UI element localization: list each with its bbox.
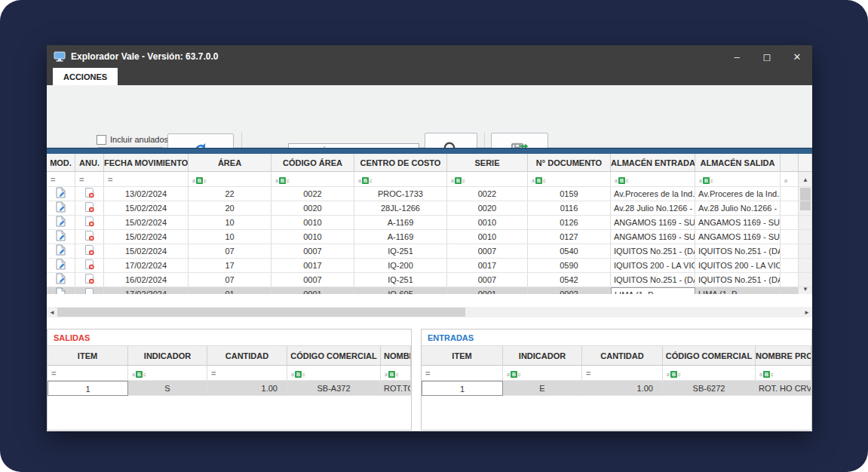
cell-codigo-comercial[interactable]: SB-A372 [287,381,381,396]
cell-codigo-area[interactable]: 0022 [271,187,354,201]
cell-anu[interactable] [75,244,104,259]
col-header-documento[interactable]: N° DOCUMENTO [528,154,611,172]
cell-area[interactable]: 10 [189,216,271,230]
filter-cell[interactable]: aBc [189,172,271,187]
filter-cell[interactable]: aBc [128,366,207,381]
table-row[interactable]: 17/02/2024 17 0017 IQ-200 0017 0590 IQUI… [47,259,812,273]
cell-centro-costo[interactable]: IQ-200 [354,259,447,273]
table-row[interactable]: 13/02/2024 22 0022 PROC-1733 0022 0159 A… [47,187,812,201]
col-header-almacen-entrada[interactable]: ALMACÉN ENTRADA [611,154,695,172]
cell-documento[interactable]: 0126 [528,216,611,230]
tab-acciones[interactable]: ACCIONES [53,68,118,85]
cell-area[interactable]: 01 [189,287,271,294]
cell-almacen-salida[interactable]: ANGAMOS 1169 - SUR... [695,230,781,244]
cell-almacen-entrada[interactable]: ANGAMOS 1169 - SUR... [611,230,695,244]
cell-mod[interactable] [47,273,75,287]
vertical-scrollbar-track[interactable] [799,244,812,259]
filter-cell[interactable]: aBc [287,366,381,381]
cell-documento[interactable]: 0127 [528,230,611,244]
cell-fecha[interactable]: 17/02/2024 [104,259,189,273]
col-header-anu[interactable]: ANU. [75,154,104,172]
vertical-scrollbar-track[interactable] [799,273,812,287]
cell-area[interactable]: 07 [189,273,271,287]
col-header-codigo-area[interactable]: CÓDIGO ÁREA [271,154,354,172]
col-header-codigo-comercial[interactable]: CÓDIGO COMERCIAL [663,346,756,366]
cell-mod[interactable] [47,230,75,244]
filter-cell[interactable]: aBc [756,366,811,381]
filter-cell[interactable]: aBc [503,366,582,381]
maximize-button[interactable]: ◻ [752,45,782,68]
cell-fecha[interactable]: 15/02/2024 [104,201,189,216]
cell-nombre-producto[interactable]: ROT. HO CRV RI [756,381,811,396]
cell-almacen-salida[interactable]: IQUITOS 200 - LA VIC... [695,259,781,273]
cell-mod[interactable] [47,201,75,216]
cell-serie[interactable]: 0010 [447,230,528,244]
table-row[interactable]: 15/02/2024 10 0010 A-1169 0010 0126 ANGA… [47,216,812,230]
filter-cell[interactable]: = [48,366,128,381]
cell-fecha[interactable]: 15/02/2024 [104,244,189,259]
cell-area[interactable]: 07 [189,244,271,259]
cell-cantidad[interactable]: 1.00 [582,381,663,396]
cell-codigo-comercial[interactable]: SB-6272 [663,381,756,396]
cell-area[interactable]: 17 [189,259,271,273]
filter-cell[interactable]: aBc [695,172,781,187]
scroll-up-icon[interactable]: ▲ [799,173,812,185]
cell-anu[interactable] [75,187,104,201]
scroll-down-icon[interactable]: ▼ [799,287,812,294]
cell-indicador[interactable]: S [128,381,207,396]
cell-area[interactable]: 10 [189,230,271,244]
vertical-scrollbar-top[interactable]: ▲ [799,172,812,187]
cell-mod[interactable] [47,244,75,259]
vertical-scrollbar-track[interactable] [799,216,812,230]
cell-codigo-area[interactable]: 0010 [271,230,354,244]
cell-codigo-area[interactable]: 0017 [271,259,354,273]
cell-cantidad[interactable]: 1.00 [207,381,287,396]
scroll-right-icon[interactable]: ► [802,307,812,317]
cell-codigo-area[interactable]: 0007 [271,273,354,287]
col-header-area[interactable]: ÁREA [189,154,271,172]
col-header-nombre-producto[interactable]: NOMBRE PRO [756,346,811,366]
cell-item[interactable]: 1 [422,381,503,396]
cell-anu[interactable] [75,230,104,244]
cell-almacen-salida[interactable]: LIMA (1. P... [695,287,781,294]
cell-codigo-area[interactable]: 0010 [271,216,354,230]
cell-centro-costo[interactable]: IQ-251 [354,273,447,287]
cell-almacen-entrada[interactable]: IQUITOS No.251 - (DA... [611,244,695,259]
table-row[interactable]: 15/02/2024 20 0020 28JL-1266 0020 0116 A… [47,201,812,216]
filter-cell[interactable]: aBc [354,172,447,187]
cell-serie[interactable]: 0010 [447,216,528,230]
cell-anu[interactable] [75,201,104,216]
vertical-scrollbar-track[interactable] [799,259,812,273]
minimize-button[interactable]: – [722,45,752,68]
table-row[interactable]: 15/02/2024 10 0010 A-1169 0010 0127 ANGA… [47,230,812,244]
cell-almacen-salida[interactable]: IQUITOS No.251 - (DA... [695,273,781,287]
cell-almacen-entrada[interactable]: IQUITOS No.251 - (DA... [611,273,695,287]
cell-almacen-salida[interactable]: Av.28 Julio No.1266 - ... [695,201,781,216]
cell-documento[interactable]: 0159 [528,187,611,201]
vertical-scrollbar-track[interactable] [799,201,812,216]
scroll-left-icon[interactable]: ◄ [47,307,57,317]
cell-anu[interactable] [75,216,104,230]
salidas-row[interactable]: 1 S 1.00 SB-A372 ROT.TO [48,381,411,396]
col-header-item[interactable]: ITEM [48,346,128,366]
vertical-scrollbar-thumb[interactable] [800,201,811,210]
cell-fecha[interactable]: 16/02/2024 [104,273,189,287]
vertical-scrollbar-track[interactable] [799,230,812,244]
cell-documento[interactable]: 0002 [528,287,611,294]
col-header-indicador[interactable]: INDICADOR [128,346,207,366]
cell-almacen-entrada[interactable]: IQUITOS 200 - LA VIC... [611,259,695,273]
cell-fecha[interactable]: 17/02/2024 [104,287,189,294]
cell-area[interactable]: 22 [189,187,271,201]
cell-documento[interactable]: 0540 [528,244,611,259]
cell-mod[interactable] [47,287,75,294]
cell-fecha[interactable]: 13/02/2024 [104,187,189,201]
cell-almacen-salida[interactable]: ANGAMOS 1169 - SUR... [695,216,781,230]
cell-serie[interactable]: 0017 [447,259,528,273]
cell-centro-costo[interactable]: PROC-1733 [354,187,447,201]
col-header-mod[interactable]: MOD. [47,154,75,172]
entradas-row[interactable]: 1 E 1.00 SB-6272 ROT. HO CRV RI [422,381,811,396]
col-header-fecha[interactable]: FECHA MOVIMIENTO [104,154,189,172]
cell-fecha[interactable]: 15/02/2024 [104,230,189,244]
incluir-anulados-checkbox[interactable] [97,135,106,145]
horizontal-scrollbar-thumb[interactable] [57,308,465,317]
